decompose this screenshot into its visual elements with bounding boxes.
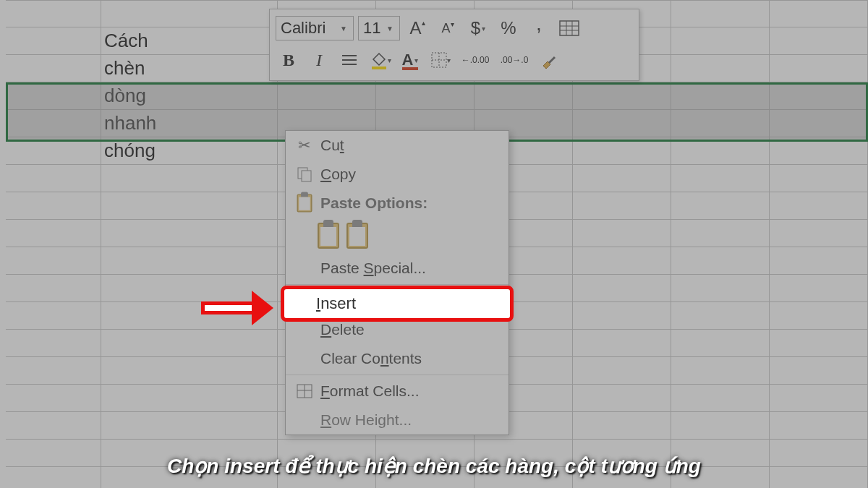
context-menu: ✂ Cut Copy Paste Options: Paste Special.… bbox=[285, 130, 509, 435]
cell[interactable] bbox=[6, 55, 101, 82]
caption-text: Chọn insert để thực hiện chèn các hàng, … bbox=[0, 454, 868, 478]
cell[interactable]: chèn bbox=[101, 55, 278, 82]
format-cells-button[interactable] bbox=[556, 15, 582, 41]
cell[interactable] bbox=[6, 27, 101, 54]
svg-rect-15 bbox=[302, 171, 311, 181]
menu-header-paste-options: Paste Options: bbox=[286, 189, 509, 218]
cell[interactable]: Cách bbox=[101, 27, 278, 54]
comma-style-button[interactable]: , bbox=[526, 15, 552, 41]
insert-highlight-box: Insert bbox=[281, 286, 514, 322]
font-color-button[interactable]: A ▾ bbox=[397, 47, 423, 73]
align-button[interactable] bbox=[336, 47, 362, 73]
font-name-field[interactable]: Calibri ▼ bbox=[276, 16, 354, 40]
cell[interactable] bbox=[6, 1, 101, 27]
grid-row[interactable]: dòng bbox=[6, 82, 868, 110]
menu-item-row-height[interactable]: Row Height... bbox=[286, 406, 509, 435]
chevron-down-icon[interactable]: ▼ bbox=[385, 25, 395, 33]
bold-button[interactable]: B bbox=[276, 47, 302, 73]
annotation-arrow bbox=[201, 291, 273, 325]
menu-item-clear-contents[interactable]: Clear Contents bbox=[286, 344, 509, 373]
paste-option-values[interactable] bbox=[346, 223, 368, 249]
decrease-decimal-button[interactable]: .00→.0 bbox=[497, 47, 532, 73]
format-cells-icon bbox=[292, 384, 318, 398]
svg-rect-8 bbox=[372, 67, 386, 69]
cell[interactable]: chóng bbox=[101, 137, 278, 164]
menu-item-format-cells[interactable]: Format Cells... bbox=[286, 377, 509, 406]
cell[interactable]: nhanh bbox=[101, 110, 278, 137]
chevron-down-icon[interactable]: ▼ bbox=[339, 25, 349, 33]
increase-decimal-button[interactable]: ←.0.00 bbox=[458, 47, 493, 73]
mini-toolbar: Calibri ▼ 11 ▼ A▴ A▾ $▾ % , B I ▾ A ▾ bbox=[269, 9, 639, 81]
copy-icon bbox=[292, 166, 318, 182]
cell[interactable] bbox=[101, 1, 278, 27]
menu-label: Copy bbox=[318, 166, 503, 183]
borders-icon bbox=[431, 52, 447, 68]
paintbrush-icon bbox=[540, 51, 558, 69]
svg-line-13 bbox=[549, 57, 555, 63]
scissors-icon: ✂ bbox=[292, 137, 318, 154]
menu-label: Paste Special... bbox=[318, 260, 503, 277]
fill-color-button[interactable]: ▾ bbox=[367, 47, 393, 73]
cell[interactable] bbox=[6, 137, 101, 164]
italic-button[interactable]: I bbox=[306, 47, 332, 73]
font-size-field[interactable]: 11 ▼ bbox=[358, 16, 400, 40]
menu-label: Paste Options: bbox=[318, 194, 503, 212]
cell[interactable]: dòng bbox=[101, 82, 278, 109]
svg-rect-9 bbox=[402, 67, 418, 70]
menu-label: Row Height... bbox=[318, 411, 503, 429]
currency-button[interactable]: $▾ bbox=[465, 15, 491, 41]
menu-item-paste-special[interactable]: Paste Special... bbox=[286, 254, 509, 283]
menu-label: Clear Contents bbox=[318, 350, 503, 367]
menu-label: Delete bbox=[318, 321, 503, 338]
paste-option-default[interactable] bbox=[318, 223, 339, 249]
menu-label: Insert bbox=[316, 294, 356, 313]
cell[interactable] bbox=[6, 82, 101, 109]
font-size-value: 11 bbox=[363, 19, 380, 38]
format-painter-button[interactable] bbox=[536, 47, 562, 73]
clipboard-icon bbox=[292, 190, 318, 216]
increase-font-button[interactable]: A▴ bbox=[404, 15, 430, 41]
paint-bucket-icon bbox=[369, 51, 388, 69]
menu-item-copy[interactable]: Copy bbox=[286, 160, 509, 189]
borders-button[interactable]: ▾ bbox=[427, 47, 454, 73]
color-underline-icon bbox=[402, 67, 418, 72]
menu-label: Format Cells... bbox=[318, 382, 503, 400]
table-icon bbox=[559, 20, 579, 36]
font-name-value: Calibri bbox=[281, 19, 326, 38]
decrease-font-button[interactable]: A▾ bbox=[435, 15, 461, 41]
percent-button[interactable]: % bbox=[495, 15, 522, 41]
cell[interactable] bbox=[6, 110, 101, 137]
align-icon bbox=[341, 53, 358, 67]
menu-item-cut[interactable]: ✂ Cut bbox=[286, 131, 509, 160]
svg-rect-0 bbox=[560, 21, 579, 35]
